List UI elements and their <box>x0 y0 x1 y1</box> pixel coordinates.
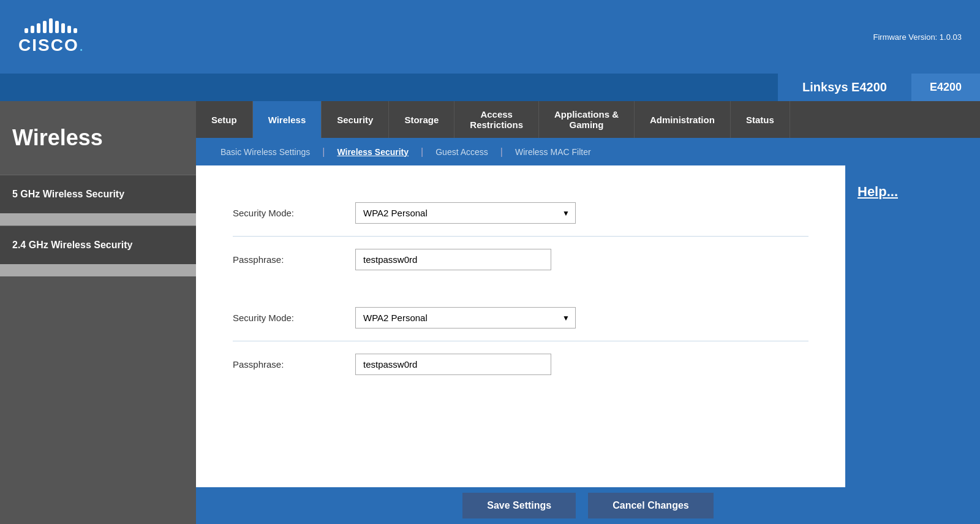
tab-applications-gaming[interactable]: Applications &Gaming <box>539 101 635 138</box>
cisco-logo: CISCO . <box>18 18 83 55</box>
tab-wireless[interactable]: Wireless <box>253 101 322 138</box>
cisco-wordmark: CISCO <box>18 36 79 55</box>
firmware-version: Firmware Version: 1.0.03 <box>873 32 962 42</box>
tab-setup[interactable]: Setup <box>196 101 253 138</box>
security-mode-select-5ghz[interactable]: WPA2 Personal WPA Personal WPA2 Enterpri… <box>355 202 576 224</box>
security-mode-select-wrapper-24ghz[interactable]: WPA2 Personal WPA Personal WPA2 Enterpri… <box>355 307 576 328</box>
tab-access-restrictions[interactable]: AccessRestrictions <box>454 101 539 138</box>
content-wrapper: Security Mode: WPA2 Personal WPA Persona… <box>196 165 980 487</box>
form-section-5ghz: Security Mode: WPA2 Personal WPA Persona… <box>233 190 809 283</box>
bottom-bar: Save Settings Cancel Changes <box>196 487 980 524</box>
help-link[interactable]: Help... <box>858 184 898 199</box>
security-mode-select-24ghz[interactable]: WPA2 Personal WPA Personal WPA2 Enterpri… <box>355 307 576 328</box>
bar9 <box>74 28 77 33</box>
cisco-bars-icon <box>24 18 77 33</box>
bar4 <box>43 21 47 33</box>
sidebar-section-5ghz[interactable]: 5 GHz Wireless Security <box>0 175 196 213</box>
tab-storage[interactable]: Storage <box>389 101 454 138</box>
router-name: Linksys E4200 <box>778 74 911 101</box>
sidebar-gap <box>0 213 196 226</box>
form-section-24ghz: Security Mode: WPA2 Personal WPA Persona… <box>233 295 809 387</box>
header: CISCO . Firmware Version: 1.0.03 <box>0 0 980 74</box>
sub-nav: Basic Wireless Settings | Wireless Secur… <box>196 138 980 165</box>
sidebar-gap-2 <box>0 264 196 276</box>
bar3 <box>37 23 40 33</box>
passphrase-label-24ghz: Passphrase: <box>233 359 355 370</box>
sidebar: Wireless 5 GHz Wireless Security 2.4 GHz… <box>0 101 196 524</box>
content-area: Setup Wireless Security Storage AccessRe… <box>196 101 980 524</box>
router-model: E4200 <box>911 74 980 101</box>
sidebar-title: Wireless <box>0 101 196 175</box>
sub-tab-basic-wireless[interactable]: Basic Wireless Settings <box>208 147 322 157</box>
sub-tab-wireless-security[interactable]: Wireless Security <box>325 147 421 157</box>
bar1 <box>24 28 28 33</box>
bar5 <box>49 18 53 33</box>
tab-administration[interactable]: Administration <box>635 101 731 138</box>
router-bar: Linksys E4200 E4200 <box>0 74 980 101</box>
help-sidebar: Help... <box>845 165 980 487</box>
main-layout: Wireless 5 GHz Wireless Security 2.4 GHz… <box>0 101 980 524</box>
sub-tab-guest-access[interactable]: Guest Access <box>423 147 500 157</box>
security-mode-label-5ghz: Security Mode: <box>233 208 355 218</box>
bar6 <box>55 21 59 33</box>
tab-security[interactable]: Security <box>322 101 389 138</box>
sidebar-section-24ghz[interactable]: 2.4 GHz Wireless Security <box>0 226 196 264</box>
passphrase-input-24ghz[interactable] <box>355 354 551 375</box>
cancel-changes-button[interactable]: Cancel Changes <box>588 493 713 518</box>
bar8 <box>67 26 71 33</box>
passphrase-label-5ghz: Passphrase: <box>233 254 355 265</box>
security-mode-select-wrapper-5ghz[interactable]: WPA2 Personal WPA Personal WPA2 Enterpri… <box>355 202 576 224</box>
bar2 <box>31 26 34 33</box>
security-mode-row-24ghz: Security Mode: WPA2 Personal WPA Persona… <box>233 295 809 341</box>
cisco-dot: . <box>79 36 84 55</box>
passphrase-row-24ghz: Passphrase: <box>233 341 809 387</box>
bar7 <box>61 23 65 33</box>
form-area: Security Mode: WPA2 Personal WPA Persona… <box>196 165 845 487</box>
security-mode-row-5ghz: Security Mode: WPA2 Personal WPA Persona… <box>233 190 809 237</box>
passphrase-input-5ghz[interactable] <box>355 249 551 270</box>
tab-status[interactable]: Status <box>731 101 790 138</box>
save-settings-button[interactable]: Save Settings <box>462 493 576 518</box>
passphrase-row-5ghz: Passphrase: <box>233 237 809 283</box>
security-mode-label-24ghz: Security Mode: <box>233 313 355 323</box>
nav-tabs: Setup Wireless Security Storage AccessRe… <box>196 101 980 138</box>
sub-tab-wireless-mac-filter[interactable]: Wireless MAC Filter <box>503 147 603 157</box>
